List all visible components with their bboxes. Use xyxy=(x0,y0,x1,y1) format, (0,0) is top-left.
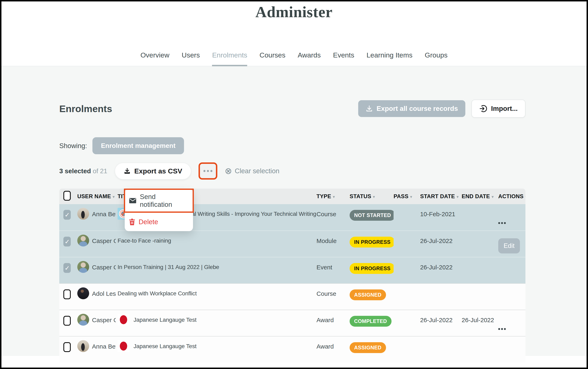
type-value: Award xyxy=(317,310,350,337)
column-header-type[interactable]: TYPE▾ xyxy=(317,193,350,200)
award-thumbnail-icon xyxy=(118,314,130,326)
envelope-icon xyxy=(129,198,136,203)
status-badge: COMPLETED xyxy=(350,316,391,327)
tab-enrolments[interactable]: Enrolments xyxy=(212,51,247,66)
app-title: Administer xyxy=(1,3,587,21)
end-date-value xyxy=(462,284,498,310)
user-name: Anna Bev xyxy=(92,208,116,218)
end-date-value xyxy=(462,204,498,231)
user-name: Adol Leste xyxy=(92,287,116,297)
type-value: Course xyxy=(317,284,350,310)
start-date-value: 26-Jul-2022 xyxy=(420,231,462,257)
end-date-value xyxy=(462,257,498,284)
type-value: Award xyxy=(317,337,350,363)
enrolment-title: In Person Training | 31 Aug 2022 | Glebe xyxy=(118,261,219,270)
tab-overview[interactable]: Overview xyxy=(140,51,169,66)
column-header-start-date[interactable]: START DATE▾ xyxy=(420,193,462,200)
row-more-button[interactable] xyxy=(498,222,506,224)
context-menu: Send notification Delete xyxy=(125,189,193,231)
tab-groups[interactable]: Groups xyxy=(425,51,448,66)
column-header-user-name[interactable]: USER NAME▾ xyxy=(77,193,118,200)
row-checkbox[interactable] xyxy=(63,289,71,299)
pass-value xyxy=(394,310,420,337)
tab-courses[interactable]: Courses xyxy=(259,51,285,66)
download-icon xyxy=(124,167,131,174)
more-actions-button[interactable] xyxy=(199,162,217,180)
tab-users[interactable]: Users xyxy=(182,51,200,66)
showing-label: Showing: xyxy=(59,142,87,150)
end-date-value: 26-Jul-2022 xyxy=(462,310,498,337)
avatar xyxy=(77,261,89,273)
trash-icon xyxy=(129,219,135,225)
export-as-csv-button[interactable]: Export as CSV xyxy=(115,163,191,180)
row-checkbox[interactable] xyxy=(63,263,71,273)
user-name: Casper C xyxy=(92,235,116,245)
column-header-pass[interactable]: PASS▾ xyxy=(394,193,420,200)
status-badge: IN PROGRESS xyxy=(350,237,394,247)
row-checkbox[interactable] xyxy=(63,237,71,246)
column-header-actions[interactable]: ACTIONS▾ xyxy=(498,193,525,200)
table-row: Adol Leste Dealing with Workplace Confli… xyxy=(59,283,525,310)
start-date-value: 26-Jul-2022 xyxy=(420,257,462,284)
pass-value xyxy=(394,284,420,310)
sort-arrow-icon: ▾ xyxy=(373,195,375,199)
export-all-course-records-button[interactable]: Export all course records xyxy=(358,100,465,117)
avatar xyxy=(77,287,89,299)
import-button[interactable]: Import... xyxy=(471,100,525,118)
avatar xyxy=(77,208,89,220)
edit-button[interactable]: Edit xyxy=(498,238,520,253)
enrolment-title: Face-to Face -raining xyxy=(118,235,171,244)
enrolment-title: Japanese Langauge Test xyxy=(133,314,197,323)
download-icon xyxy=(366,105,373,112)
row-more-button[interactable] xyxy=(498,328,506,330)
status-badge: NOT STARTED xyxy=(350,210,394,221)
user-name: Casper C xyxy=(92,261,116,271)
type-value: Module xyxy=(317,231,350,257)
selection-count: 3 selected of 21 xyxy=(59,167,107,175)
start-date-value: 26-Jul-2022 xyxy=(420,310,462,337)
column-header-end-date[interactable]: END DATE▾ xyxy=(462,193,498,200)
end-date-value xyxy=(462,337,498,363)
enrolment-title: Dealing with Workplace Conflict xyxy=(118,287,197,297)
ellipsis-icon xyxy=(203,170,206,172)
row-checkbox[interactable] xyxy=(63,342,71,352)
user-name: Anna Bev xyxy=(92,340,116,350)
clear-selection-button[interactable]: ⊗ Clear selection xyxy=(225,167,279,175)
tab-awards[interactable]: Awards xyxy=(298,51,321,66)
avatar xyxy=(77,314,89,326)
status-badge: ASSIGNED xyxy=(350,289,386,300)
clear-circle-icon: ⊗ xyxy=(225,167,232,175)
sort-arrow-icon: ▾ xyxy=(491,195,494,199)
table-row: Casper C Face-to Face -raining Module IN… xyxy=(59,231,525,257)
sort-arrow-icon: ▾ xyxy=(333,195,335,199)
start-date-value xyxy=(420,284,462,310)
menu-item-delete[interactable]: Delete xyxy=(125,213,193,228)
tab-events[interactable]: Events xyxy=(333,51,354,66)
filter-chip-enrolment-management[interactable]: Enrolment management xyxy=(92,137,184,154)
tab-learning-items[interactable]: Learning Items xyxy=(367,51,413,66)
page-title: Enrolments xyxy=(59,103,112,114)
user-name: Casper C xyxy=(92,314,116,324)
start-date-value: 10-Feb-2021 xyxy=(420,204,462,231)
main-area: Enrolments Export all course records xyxy=(1,66,587,356)
row-checkbox[interactable] xyxy=(63,316,71,326)
start-date-value xyxy=(420,337,462,363)
sort-arrow-icon: ▾ xyxy=(113,195,115,199)
menu-item-send-notification[interactable]: Send notification xyxy=(124,189,194,213)
select-all-checkbox[interactable] xyxy=(63,191,71,201)
row-checkbox[interactable] xyxy=(63,210,71,220)
main-nav: Overview Users Enrolments Courses Awards… xyxy=(1,51,587,66)
table-row: Casper C Japanese Langauge Test Award CO… xyxy=(59,310,525,336)
column-header-status[interactable]: STATUS▾ xyxy=(350,193,394,200)
table-row: Anna Bev Japanese Langauge Test Award AS… xyxy=(59,336,525,362)
sort-arrow-icon: ▾ xyxy=(410,195,412,199)
table-row: Casper C In Person Training | 31 Aug 202… xyxy=(59,257,525,283)
type-value: Event xyxy=(317,257,350,284)
award-thumbnail-icon xyxy=(118,340,130,352)
avatar xyxy=(77,340,89,352)
status-badge: ASSIGNED xyxy=(350,342,386,353)
avatar xyxy=(77,235,89,246)
status-badge: IN PROGRESS xyxy=(350,263,394,274)
sort-arrow-icon: ▾ xyxy=(457,195,458,199)
enrolment-title: Japanese Langauge Test xyxy=(133,340,197,349)
